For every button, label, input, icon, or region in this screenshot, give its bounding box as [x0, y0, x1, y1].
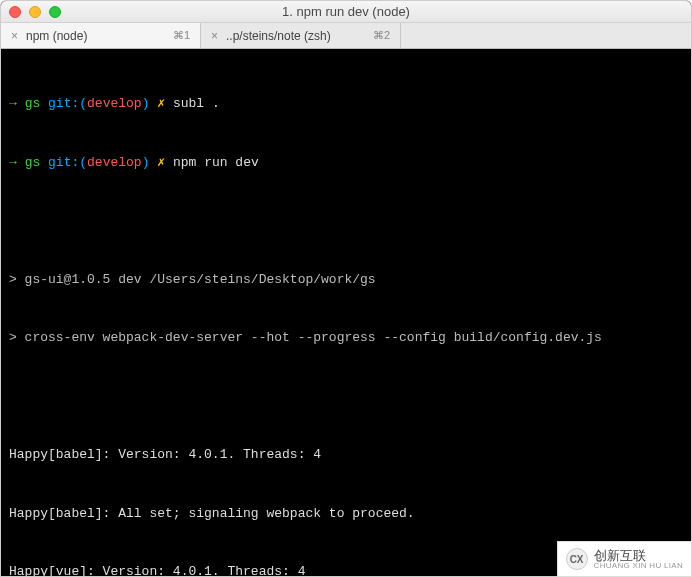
tab-npm[interactable]: × npm (node) ⌘1 — [1, 23, 201, 48]
terminal-output[interactable]: → gs git:(develop) ✗ subl . → gs git:(de… — [1, 49, 691, 576]
git-branch: develop — [87, 155, 142, 170]
terminal-window: 1. npm run dev (node) × npm (node) ⌘1 × … — [0, 0, 692, 577]
titlebar: 1. npm run dev (node) — [1, 1, 691, 23]
npm-run-line: > gs-ui@1.0.5 dev /Users/steins/Desktop/… — [9, 270, 683, 290]
watermark-text: 创新互联 CHUANG XIN HU LIAN — [594, 549, 683, 570]
command-text: npm run dev — [173, 155, 259, 170]
prompt-user: gs — [25, 96, 41, 111]
prompt-line-1: → gs git:(develop) ✗ subl . — [9, 94, 683, 114]
prompt-line-2: → gs git:(develop) ✗ npm run dev — [9, 153, 683, 173]
happy-line: Happy[babel]: Version: 4.0.1. Threads: 4 — [9, 445, 683, 465]
close-tab-icon[interactable]: × — [211, 29, 218, 43]
watermark: CX 创新互联 CHUANG XIN HU LIAN — [557, 541, 692, 577]
tab-shortcut: ⌘1 — [173, 29, 190, 42]
watermark-logo-icon: CX — [566, 548, 588, 570]
git-close: ) — [142, 96, 150, 111]
git-label: git:( — [48, 96, 87, 111]
command-text: subl . — [173, 96, 220, 111]
tab-zsh[interactable]: × ..p/steins/note (zsh) ⌘2 — [201, 23, 401, 48]
prompt-symbol: ✗ — [157, 155, 165, 170]
close-tab-icon[interactable]: × — [11, 29, 18, 43]
prompt-symbol: ✗ — [157, 96, 165, 111]
prompt-user: gs — [25, 155, 41, 170]
git-branch: develop — [87, 96, 142, 111]
tab-label: npm (node) — [26, 29, 87, 43]
watermark-en: CHUANG XIN HU LIAN — [594, 562, 683, 570]
watermark-cn: 创新互联 — [594, 549, 683, 562]
arrow-icon: → — [9, 96, 17, 111]
blank-line — [9, 211, 683, 231]
window-title: 1. npm run dev (node) — [1, 4, 691, 19]
arrow-icon: → — [9, 155, 17, 170]
git-close: ) — [142, 155, 150, 170]
npm-run-line: > cross-env webpack-dev-server --hot --p… — [9, 328, 683, 348]
tab-shortcut: ⌘2 — [373, 29, 390, 42]
tab-bar: × npm (node) ⌘1 × ..p/steins/note (zsh) … — [1, 23, 691, 49]
happy-line: Happy[babel]: All set; signaling webpack… — [9, 504, 683, 524]
blank-line — [9, 387, 683, 407]
tab-label: ..p/steins/note (zsh) — [226, 29, 331, 43]
git-label: git:( — [48, 155, 87, 170]
